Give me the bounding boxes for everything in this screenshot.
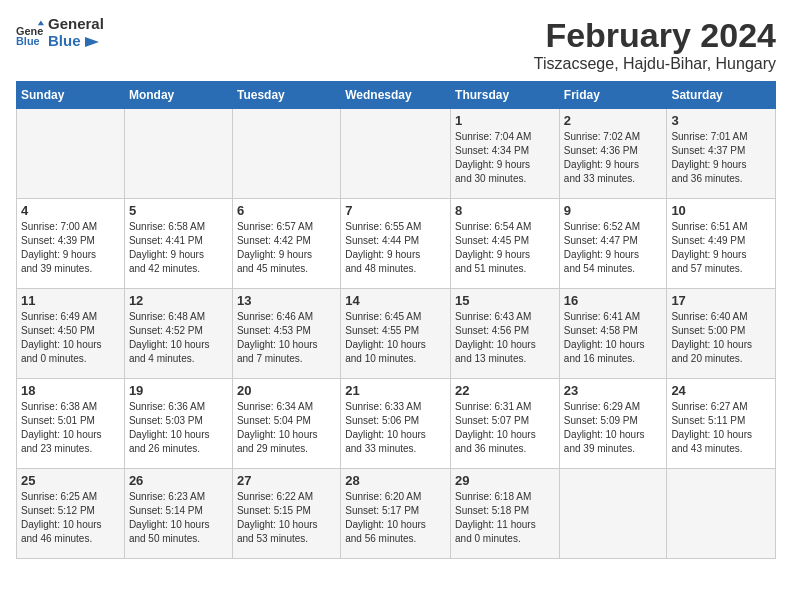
day-number: 27 <box>237 473 336 488</box>
day-number: 29 <box>455 473 555 488</box>
day-info: Sunrise: 6:34 AM Sunset: 5:04 PM Dayligh… <box>237 400 336 456</box>
day-number: 8 <box>455 203 555 218</box>
day-cell: 7Sunrise: 6:55 AM Sunset: 4:44 PM Daylig… <box>341 199 451 289</box>
day-info: Sunrise: 6:29 AM Sunset: 5:09 PM Dayligh… <box>564 400 663 456</box>
day-info: Sunrise: 6:49 AM Sunset: 4:50 PM Dayligh… <box>21 310 120 366</box>
logo-icon: General Blue <box>16 19 44 47</box>
svg-marker-3 <box>85 37 99 47</box>
day-number: 19 <box>129 383 228 398</box>
day-info: Sunrise: 6:43 AM Sunset: 4:56 PM Dayligh… <box>455 310 555 366</box>
col-header-friday: Friday <box>559 82 667 109</box>
day-info: Sunrise: 6:22 AM Sunset: 5:15 PM Dayligh… <box>237 490 336 546</box>
header: General Blue General Blue February 2024 … <box>16 16 776 73</box>
day-info: Sunrise: 6:27 AM Sunset: 5:11 PM Dayligh… <box>671 400 771 456</box>
day-number: 22 <box>455 383 555 398</box>
day-info: Sunrise: 6:40 AM Sunset: 5:00 PM Dayligh… <box>671 310 771 366</box>
day-number: 4 <box>21 203 120 218</box>
week-row-4: 18Sunrise: 6:38 AM Sunset: 5:01 PM Dayli… <box>17 379 776 469</box>
day-number: 26 <box>129 473 228 488</box>
day-cell <box>559 469 667 559</box>
day-number: 11 <box>21 293 120 308</box>
day-info: Sunrise: 6:36 AM Sunset: 5:03 PM Dayligh… <box>129 400 228 456</box>
day-number: 6 <box>237 203 336 218</box>
day-cell: 1Sunrise: 7:04 AM Sunset: 4:34 PM Daylig… <box>451 109 560 199</box>
location-subtitle: Tiszacsege, Hajdu-Bihar, Hungary <box>534 55 776 73</box>
day-number: 15 <box>455 293 555 308</box>
day-cell: 24Sunrise: 6:27 AM Sunset: 5:11 PM Dayli… <box>667 379 776 469</box>
day-cell: 16Sunrise: 6:41 AM Sunset: 4:58 PM Dayli… <box>559 289 667 379</box>
day-cell: 19Sunrise: 6:36 AM Sunset: 5:03 PM Dayli… <box>124 379 232 469</box>
day-info: Sunrise: 6:23 AM Sunset: 5:14 PM Dayligh… <box>129 490 228 546</box>
day-number: 17 <box>671 293 771 308</box>
day-info: Sunrise: 7:04 AM Sunset: 4:34 PM Dayligh… <box>455 130 555 186</box>
week-row-1: 1Sunrise: 7:04 AM Sunset: 4:34 PM Daylig… <box>17 109 776 199</box>
col-header-sunday: Sunday <box>17 82 125 109</box>
day-info: Sunrise: 6:55 AM Sunset: 4:44 PM Dayligh… <box>345 220 446 276</box>
day-info: Sunrise: 6:45 AM Sunset: 4:55 PM Dayligh… <box>345 310 446 366</box>
day-cell: 13Sunrise: 6:46 AM Sunset: 4:53 PM Dayli… <box>232 289 340 379</box>
day-cell: 11Sunrise: 6:49 AM Sunset: 4:50 PM Dayli… <box>17 289 125 379</box>
day-info: Sunrise: 6:52 AM Sunset: 4:47 PM Dayligh… <box>564 220 663 276</box>
day-number: 14 <box>345 293 446 308</box>
svg-text:Blue: Blue <box>16 35 40 47</box>
day-number: 1 <box>455 113 555 128</box>
calendar-table: SundayMondayTuesdayWednesdayThursdayFrid… <box>16 81 776 559</box>
day-cell: 25Sunrise: 6:25 AM Sunset: 5:12 PM Dayli… <box>17 469 125 559</box>
day-cell: 4Sunrise: 7:00 AM Sunset: 4:39 PM Daylig… <box>17 199 125 289</box>
col-header-thursday: Thursday <box>451 82 560 109</box>
day-cell <box>17 109 125 199</box>
svg-marker-2 <box>38 20 44 25</box>
logo-flag-icon <box>85 37 99 47</box>
day-cell: 12Sunrise: 6:48 AM Sunset: 4:52 PM Dayli… <box>124 289 232 379</box>
day-number: 16 <box>564 293 663 308</box>
day-cell: 29Sunrise: 6:18 AM Sunset: 5:18 PM Dayli… <box>451 469 560 559</box>
day-info: Sunrise: 7:00 AM Sunset: 4:39 PM Dayligh… <box>21 220 120 276</box>
day-cell: 6Sunrise: 6:57 AM Sunset: 4:42 PM Daylig… <box>232 199 340 289</box>
day-cell: 22Sunrise: 6:31 AM Sunset: 5:07 PM Dayli… <box>451 379 560 469</box>
day-cell: 10Sunrise: 6:51 AM Sunset: 4:49 PM Dayli… <box>667 199 776 289</box>
day-cell: 20Sunrise: 6:34 AM Sunset: 5:04 PM Dayli… <box>232 379 340 469</box>
day-info: Sunrise: 6:58 AM Sunset: 4:41 PM Dayligh… <box>129 220 228 276</box>
day-cell: 28Sunrise: 6:20 AM Sunset: 5:17 PM Dayli… <box>341 469 451 559</box>
day-info: Sunrise: 6:57 AM Sunset: 4:42 PM Dayligh… <box>237 220 336 276</box>
day-cell: 15Sunrise: 6:43 AM Sunset: 4:56 PM Dayli… <box>451 289 560 379</box>
day-cell: 27Sunrise: 6:22 AM Sunset: 5:15 PM Dayli… <box>232 469 340 559</box>
day-info: Sunrise: 6:31 AM Sunset: 5:07 PM Dayligh… <box>455 400 555 456</box>
day-number: 24 <box>671 383 771 398</box>
day-number: 28 <box>345 473 446 488</box>
month-year-title: February 2024 <box>534 16 776 55</box>
day-number: 20 <box>237 383 336 398</box>
day-info: Sunrise: 6:38 AM Sunset: 5:01 PM Dayligh… <box>21 400 120 456</box>
day-cell: 8Sunrise: 6:54 AM Sunset: 4:45 PM Daylig… <box>451 199 560 289</box>
week-row-5: 25Sunrise: 6:25 AM Sunset: 5:12 PM Dayli… <box>17 469 776 559</box>
day-cell: 17Sunrise: 6:40 AM Sunset: 5:00 PM Dayli… <box>667 289 776 379</box>
day-cell: 14Sunrise: 6:45 AM Sunset: 4:55 PM Dayli… <box>341 289 451 379</box>
day-number: 7 <box>345 203 446 218</box>
day-number: 18 <box>21 383 120 398</box>
col-header-tuesday: Tuesday <box>232 82 340 109</box>
day-cell: 9Sunrise: 6:52 AM Sunset: 4:47 PM Daylig… <box>559 199 667 289</box>
day-cell: 2Sunrise: 7:02 AM Sunset: 4:36 PM Daylig… <box>559 109 667 199</box>
logo: General Blue General Blue <box>16 16 104 49</box>
day-cell: 3Sunrise: 7:01 AM Sunset: 4:37 PM Daylig… <box>667 109 776 199</box>
day-cell: 5Sunrise: 6:58 AM Sunset: 4:41 PM Daylig… <box>124 199 232 289</box>
title-area: February 2024 Tiszacsege, Hajdu-Bihar, H… <box>534 16 776 73</box>
day-number: 12 <box>129 293 228 308</box>
day-info: Sunrise: 6:48 AM Sunset: 4:52 PM Dayligh… <box>129 310 228 366</box>
day-cell <box>341 109 451 199</box>
col-header-saturday: Saturday <box>667 82 776 109</box>
day-info: Sunrise: 6:20 AM Sunset: 5:17 PM Dayligh… <box>345 490 446 546</box>
col-header-wednesday: Wednesday <box>341 82 451 109</box>
day-number: 2 <box>564 113 663 128</box>
day-cell: 23Sunrise: 6:29 AM Sunset: 5:09 PM Dayli… <box>559 379 667 469</box>
logo-general: General <box>48 16 104 33</box>
day-cell <box>124 109 232 199</box>
day-cell: 21Sunrise: 6:33 AM Sunset: 5:06 PM Dayli… <box>341 379 451 469</box>
day-number: 23 <box>564 383 663 398</box>
logo-blue: Blue <box>48 33 104 50</box>
day-info: Sunrise: 6:46 AM Sunset: 4:53 PM Dayligh… <box>237 310 336 366</box>
day-info: Sunrise: 6:18 AM Sunset: 5:18 PM Dayligh… <box>455 490 555 546</box>
logo-text-area: General Blue <box>48 16 104 49</box>
week-row-3: 11Sunrise: 6:49 AM Sunset: 4:50 PM Dayli… <box>17 289 776 379</box>
day-info: Sunrise: 6:54 AM Sunset: 4:45 PM Dayligh… <box>455 220 555 276</box>
